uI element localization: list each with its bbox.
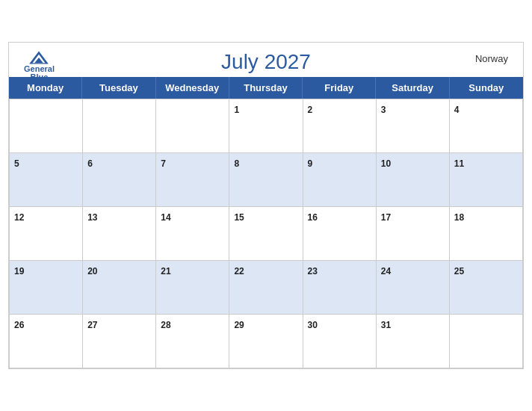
cell-number: 19 (14, 266, 24, 276)
cell-number: 27 (87, 320, 97, 330)
calendar-cell: 0 (450, 315, 523, 368)
calendar-cell: 17 (377, 207, 450, 261)
calendar-cell: 13 (83, 207, 156, 261)
cell-number: 17 (381, 212, 391, 223)
cell-number: 18 (454, 212, 464, 223)
cell-number: 13 (87, 212, 97, 223)
day-friday: Friday (303, 77, 376, 99)
day-wednesday: Wednesday (156, 77, 229, 99)
cell-number: 5 (14, 158, 19, 169)
calendar-cell: 19 (10, 261, 83, 315)
cell-number: 20 (87, 266, 97, 276)
calendar-title: July 2027 (221, 50, 311, 74)
cell-number: 3 (381, 105, 386, 115)
cell-number: 15 (234, 212, 244, 223)
calendar-cell: 27 (83, 315, 156, 368)
calendar-cell: 5 (10, 153, 83, 207)
calendar-cell: 31 (377, 315, 450, 368)
day-sunday: Sunday (450, 77, 523, 99)
logo-icon (28, 50, 50, 65)
calendar-cell: 0 (83, 99, 156, 153)
cell-number: 7 (161, 158, 166, 169)
cell-number: 11 (454, 158, 464, 169)
cell-number: 16 (308, 212, 318, 223)
calendar-cell: 11 (450, 153, 523, 207)
calendar-cell: 3 (377, 99, 450, 153)
cell-number: 4 (454, 105, 460, 115)
cell-number: 23 (308, 266, 318, 276)
logo-blue: Blue (31, 73, 49, 81)
calendar-cell: 4 (450, 99, 523, 153)
calendar: General Blue July 2027 Norway Monday Tue… (8, 42, 524, 369)
calendar-cell: 16 (303, 207, 377, 261)
calendar-header: General Blue July 2027 Norway (9, 43, 523, 77)
day-saturday: Saturday (376, 77, 449, 99)
calendar-cell: 20 (83, 261, 156, 315)
calendar-cell: 24 (377, 261, 450, 315)
calendar-cell: 0 (156, 99, 229, 153)
calendar-cell: 15 (229, 207, 303, 261)
cell-number: 9 (308, 158, 313, 169)
calendar-cell: 22 (229, 261, 303, 315)
cell-number: 1 (234, 105, 239, 115)
cell-number: 22 (234, 266, 244, 276)
cell-number: 6 (87, 158, 93, 169)
cell-number: 28 (161, 320, 170, 330)
days-header: Monday Tuesday Wednesday Thursday Friday… (9, 77, 523, 99)
day-thursday: Thursday (229, 77, 303, 99)
cell-number: 10 (381, 158, 391, 169)
calendar-country: Norway (475, 53, 508, 64)
cell-number: 30 (308, 320, 318, 330)
cell-number: 31 (381, 320, 391, 330)
calendar-cell: 25 (450, 261, 523, 315)
calendar-cell: 9 (303, 153, 377, 207)
calendar-cell: 12 (10, 207, 83, 261)
cell-number: 26 (14, 320, 24, 330)
calendar-cell: 23 (303, 261, 377, 315)
calendar-grid: 0001234567891011121314151617181920212223… (9, 99, 523, 368)
calendar-cell: 30 (303, 315, 377, 368)
calendar-cell: 6 (83, 153, 156, 207)
calendar-cell: 7 (156, 153, 229, 207)
calendar-cell: 1 (229, 99, 303, 153)
calendar-cell: 28 (156, 315, 229, 368)
calendar-cell: 14 (156, 207, 229, 261)
day-tuesday: Tuesday (82, 77, 155, 99)
cell-number: 21 (161, 266, 170, 276)
calendar-cell: 26 (10, 315, 83, 368)
cell-number: 24 (381, 266, 391, 276)
cell-number: 2 (308, 105, 313, 115)
cell-number: 25 (454, 266, 464, 276)
cell-number: 29 (234, 320, 244, 330)
calendar-cell: 18 (450, 207, 523, 261)
cell-number: 14 (161, 212, 170, 223)
logo: General Blue (24, 50, 55, 81)
calendar-cell: 21 (156, 261, 229, 315)
calendar-cell: 8 (229, 153, 303, 207)
calendar-cell: 0 (10, 99, 83, 153)
calendar-cell: 10 (377, 153, 450, 207)
calendar-cell: 2 (303, 99, 377, 153)
calendar-cell: 29 (229, 315, 303, 368)
cell-number: 8 (234, 158, 239, 169)
cell-number: 12 (14, 212, 24, 223)
